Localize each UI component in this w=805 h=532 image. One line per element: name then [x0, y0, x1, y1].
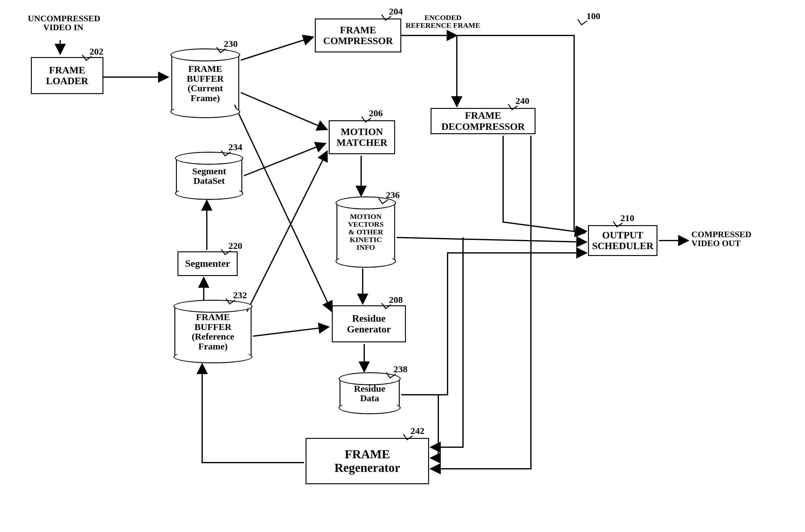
block-label: FRAME DECOMPRESSOR: [441, 110, 525, 132]
block-residue-generator: Residue Generator: [332, 305, 406, 342]
ref-frame-buffer-reference: 232: [233, 290, 247, 300]
block-label: Segmenter: [185, 258, 230, 269]
datastore-label: Residue Data: [354, 384, 385, 403]
ref-frame-regenerator: 242: [410, 425, 424, 436]
block-output-scheduler: OUTPUT SCHEDULER: [588, 225, 657, 256]
block-label: Residue Generator: [347, 313, 391, 335]
ref-frame-buffer-current: 230: [224, 39, 238, 49]
block-frame-compressor: FRAME COMPRESSOR: [315, 19, 401, 53]
ref-frame-loader: 202: [90, 46, 104, 57]
output-label: COMPRESSED VIDEO OUT: [691, 230, 778, 248]
figure-reference: 100: [586, 11, 600, 21]
ref-segmenter: 220: [228, 241, 242, 251]
ref-frame-decompressor: 240: [515, 96, 529, 106]
datastore-motion-vectors: MOTION VECTORS & OTHER KINETIC INFO: [336, 202, 395, 262]
ref-residue-generator: 208: [389, 294, 403, 305]
datastore-label: FRAME BUFFER (Current Frame): [187, 64, 224, 103]
ref-frame-compressor: 204: [389, 6, 403, 17]
ref-output-scheduler: 210: [620, 213, 634, 223]
ref-motion-vectors: 236: [386, 190, 400, 200]
block-frame-loader: FRAME LOADER: [31, 57, 104, 94]
datastore-segment-dataset: Segment DataSet: [176, 157, 242, 194]
datastore-label: Segment DataSet: [192, 166, 226, 186]
datastore-label: FRAME BUFFER (Reference Frame): [192, 312, 234, 351]
block-frame-decompressor: FRAME DECOMPRESSOR: [431, 108, 535, 134]
block-label: FRAME COMPRESSOR: [323, 25, 393, 46]
datastore-frame-buffer-reference: FRAME BUFFER (Reference Frame): [175, 305, 252, 358]
datastore-frame-buffer-current: FRAME BUFFER (Current Frame): [171, 54, 239, 113]
datastore-residue-data: Residue Data: [340, 378, 400, 408]
ref-residue-data: 238: [394, 364, 407, 375]
datastore-label: MOTION VECTORS & OTHER KINETIC INFO: [348, 213, 384, 252]
input-label: UNCOMPRESSED VIDEO IN: [28, 14, 99, 32]
diagram-canvas: UNCOMPRESSED VIDEO IN COMPRESSED VIDEO O…: [0, 0, 805, 532]
block-label: MOTION MATCHER: [336, 127, 387, 148]
ref-motion-matcher: 206: [369, 108, 383, 118]
block-label: FRAME LOADER: [46, 65, 88, 87]
block-label: FRAME Regenerator: [334, 448, 400, 475]
block-motion-matcher: MOTION MATCHER: [329, 120, 395, 154]
block-label: OUTPUT SCHEDULER: [592, 230, 654, 251]
block-frame-regenerator: FRAME Regenerator: [306, 438, 429, 484]
ref-segment-dataset: 234: [228, 142, 242, 152]
edge-label-encoded-reference-frame: ENCODED REFERENCE FRAME: [403, 14, 483, 29]
block-segmenter: Segmenter: [178, 251, 238, 276]
